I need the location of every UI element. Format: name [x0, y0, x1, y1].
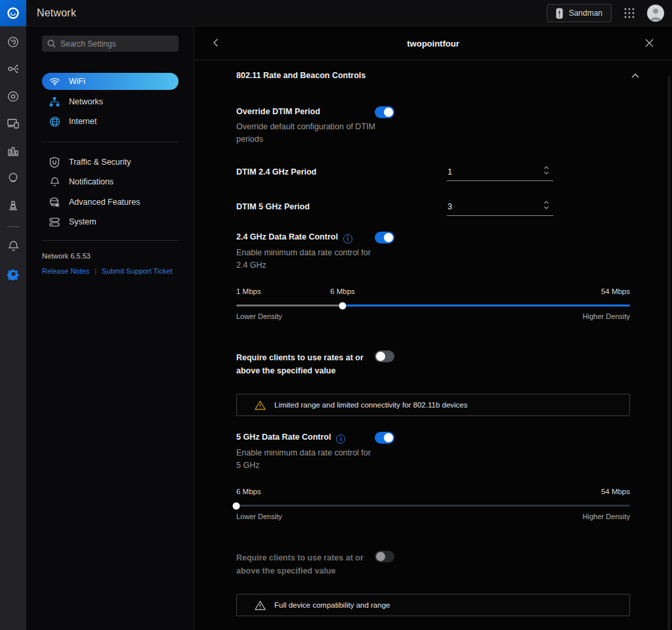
section-header[interactable]: 802.11 Rate and Beacon Controls	[236, 71, 640, 80]
app-title: Network	[37, 7, 76, 19]
slider-max-label: 54 Mbps	[601, 287, 630, 295]
sidebar-item-label: Traffic & Security	[69, 158, 131, 167]
app-window: Network Sandman	[0, 0, 672, 630]
top-bar: Network Sandman	[0, 0, 672, 26]
require-rates-5-label: Require clients to use rates at or above…	[236, 551, 379, 578]
slider-labels: 6 Mbps 54 Mbps	[236, 488, 630, 498]
support-ticket-link[interactable]: Submit Support Ticket	[102, 267, 173, 275]
version-label: Network 6.5.53	[42, 252, 91, 260]
require-rates-24-toggle[interactable]	[375, 350, 394, 362]
clients-icon[interactable]	[0, 114, 26, 133]
link-separator: |	[94, 267, 96, 275]
collapse-chevron-icon[interactable]	[631, 74, 639, 78]
unifi-logo[interactable]	[0, 0, 26, 26]
console-device-icon	[556, 8, 563, 19]
toggle-knob	[384, 108, 393, 117]
statistics-icon[interactable]	[0, 142, 26, 160]
sidebar-item-label: Networks	[69, 97, 103, 106]
dtim-5-field	[447, 200, 553, 216]
footer-links: Release Notes | Submit Support Ticket	[42, 267, 173, 275]
slider-min-label: 6 Mbps	[236, 488, 261, 495]
slider-max-label: 54 Mbps	[601, 488, 630, 495]
rate-24-toggle[interactable]	[375, 232, 394, 243]
rate-24-label: 2.4 GHz Data Rate Controli	[236, 232, 352, 243]
slider-track[interactable]	[236, 505, 630, 507]
sidebar-item-system[interactable]: System	[42, 213, 178, 230]
icon-rail	[0, 26, 26, 630]
rate-5-slider: 6 Mbps 54 Mbps Lower Density Higher Dens…	[236, 488, 630, 520]
override-dtim-description: Override default configuration of DTIM p…	[236, 121, 381, 146]
panel-scrollbar[interactable]	[667, 75, 671, 630]
sidebar-item-traffic-security[interactable]: Traffic & Security	[42, 154, 178, 171]
rate-5-label-text: 5 GHz Data Rate Control	[236, 432, 331, 442]
dtim-5-input[interactable]	[447, 202, 553, 216]
rail-notifications-icon[interactable]	[0, 237, 26, 255]
info-icon[interactable]: i	[343, 234, 352, 243]
search-settings-box[interactable]	[42, 35, 178, 52]
warning-text: Full device compatibility and range	[274, 601, 390, 609]
toggle-knob	[376, 552, 385, 561]
stepper-icon[interactable]	[543, 165, 549, 175]
stepper-icon[interactable]	[543, 200, 549, 210]
slider-track-inactive	[236, 304, 343, 306]
sidebar-item-wifi[interactable]: WiFi	[42, 73, 178, 90]
admins-icon[interactable]	[0, 196, 26, 215]
warning-banner-24: Limited range and limited connectivity f…	[236, 394, 630, 416]
rate-24-label-text: 2.4 GHz Data Rate Control	[236, 232, 338, 242]
sidebar-item-advanced-features[interactable]: Advanced Features	[42, 194, 178, 211]
shield-icon	[49, 156, 60, 168]
slider-knob[interactable]	[339, 302, 346, 309]
warning-triangle-icon	[255, 600, 266, 610]
warning-triangle-icon	[255, 400, 266, 410]
bell-icon	[49, 176, 60, 188]
rail-divider	[7, 226, 19, 227]
insights-icon[interactable]	[0, 169, 26, 187]
advanced-features-icon	[49, 196, 60, 208]
topbar-right: Sandman	[547, 0, 664, 26]
settings-gear-icon[interactable]	[0, 264, 26, 283]
lower-density-caption: Lower Density	[236, 312, 282, 320]
close-button[interactable]	[645, 39, 654, 47]
slider-captions: Lower Density Higher Density	[236, 312, 630, 320]
user-avatar[interactable]	[647, 5, 664, 22]
person-icon	[647, 5, 664, 22]
apps-grid-icon[interactable]	[623, 7, 635, 19]
rate-24-slider: 1 Mbps 6 Mbps 54 Mbps Lower Density High…	[236, 287, 630, 320]
release-notes-link[interactable]: Release Notes	[42, 267, 89, 275]
warning-text: Limited range and limited connectivity f…	[274, 401, 467, 409]
settings-sidebar: WiFi Networks Internet	[26, 26, 194, 630]
sidebar-item-networks[interactable]: Networks	[42, 93, 178, 110]
require-rates-24-label: Require clients to use rates at or above…	[236, 351, 379, 377]
sidebar-item-internet[interactable]: Internet	[42, 113, 178, 130]
sidebar-item-label: System	[69, 217, 96, 226]
slider-labels: 1 Mbps 6 Mbps 54 Mbps	[236, 287, 630, 298]
sidebar-divider	[42, 142, 178, 142]
dashboard-icon[interactable]	[0, 33, 26, 51]
override-dtim-toggle[interactable]	[375, 106, 394, 118]
slider-captions: Lower Density Higher Density	[236, 513, 630, 520]
unifi-logo-icon	[6, 6, 20, 20]
dtim-24-input[interactable]	[447, 167, 553, 181]
info-icon[interactable]: i	[336, 434, 345, 444]
sidebar-item-label: Advanced Features	[69, 198, 140, 207]
topology-icon[interactable]	[0, 60, 26, 78]
panel-header: twopointfour	[194, 26, 672, 60]
search-icon	[47, 39, 56, 48]
console-name: Sandman	[569, 9, 602, 18]
toggle-knob	[384, 233, 393, 242]
networks-icon	[49, 96, 60, 108]
system-stack-icon	[49, 216, 60, 228]
dtim-24-field	[447, 165, 553, 181]
rate-5-toggle[interactable]	[375, 432, 394, 444]
section-title: 802.11 Rate and Beacon Controls	[236, 71, 366, 80]
sidebar-item-notifications[interactable]: Notifications	[42, 173, 178, 190]
slider-knob[interactable]	[233, 502, 240, 509]
console-switcher-button[interactable]: Sandman	[547, 4, 612, 22]
sidebar-item-label: WiFi	[69, 77, 85, 86]
wifi-icon	[49, 75, 60, 87]
unifi-devices-icon[interactable]	[0, 87, 26, 106]
sidebar-divider	[42, 240, 178, 241]
require-rates-5-toggle[interactable]	[375, 551, 394, 562]
search-input[interactable]	[60, 39, 165, 49]
slider-track[interactable]	[236, 304, 630, 306]
